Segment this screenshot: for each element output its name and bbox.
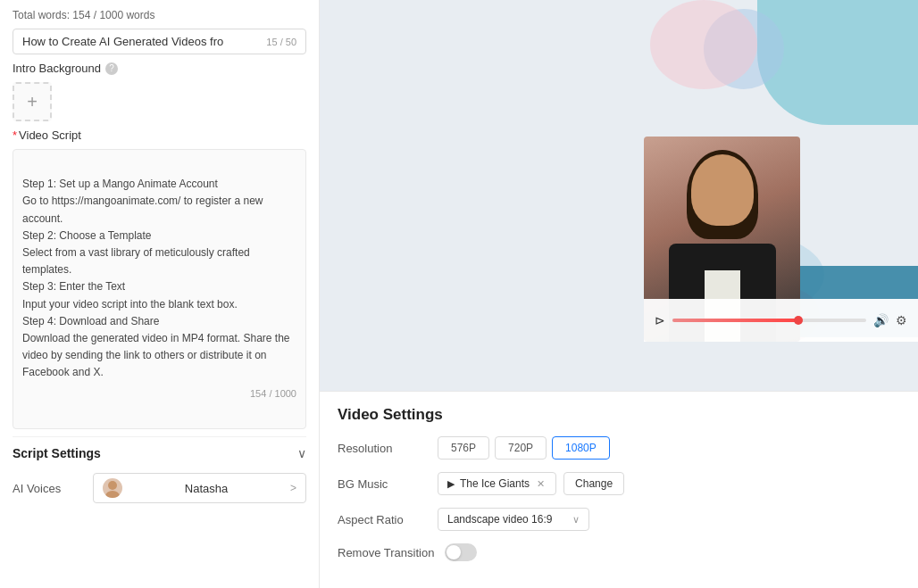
add-icon: +	[27, 92, 38, 112]
ai-voices-label: AI Voices	[13, 482, 84, 495]
aspect-ratio-row: Aspect Ratio Landscape video 16:9 ∨	[338, 508, 900, 531]
progress-track[interactable]	[672, 319, 866, 322]
shape-pink-blob	[650, 0, 757, 89]
aspect-ratio-selector[interactable]: Landscape video 16:9 ∨	[438, 508, 589, 531]
bg-music-row: BG Music ▶ The Ice Giants ✕ Change	[338, 472, 900, 495]
script-word-count: 154 / 1000	[22, 386, 296, 402]
resolution-row: Resolution 576P 720P 1080P	[338, 436, 900, 460]
script-settings-header[interactable]: Script Settings ∨	[13, 436, 306, 466]
title-input-text: How to Create AI Generated Videos fro	[22, 35, 266, 48]
bg-music-controls: ▶ The Ice Giants ✕ Change	[438, 472, 624, 495]
right-panel: ⊳ 🔊 ⚙ Video Settings Resolution 576P 720…	[320, 0, 918, 588]
intro-bg-label-text: Intro Background	[13, 62, 101, 75]
progress-fill	[672, 319, 798, 322]
video-controls: ⊳ 🔊 ⚙	[644, 299, 918, 342]
add-background-button[interactable]: +	[13, 82, 52, 121]
svg-point-1	[105, 491, 120, 498]
required-star: *	[13, 128, 17, 142]
video-play-button[interactable]: ⊳	[655, 313, 665, 327]
toggle-thumb	[446, 545, 461, 559]
volume-icon[interactable]: 🔊	[873, 313, 889, 327]
left-panel: Total words: 154 / 1000 words How to Cre…	[0, 0, 320, 588]
video-script-label: *Video Script	[13, 128, 306, 142]
change-music-button[interactable]: Change	[563, 472, 624, 495]
script-content: Step 1: Set up a Mango Animate Account G…	[22, 178, 290, 378]
voice-selector[interactable]: Natasha >	[93, 473, 306, 503]
music-play-icon[interactable]: ▶	[447, 478, 455, 490]
video-settings-icon[interactable]: ⚙	[896, 313, 907, 327]
res-720p-button[interactable]: 720P	[495, 436, 547, 460]
voice-chevron-icon: >	[290, 482, 296, 494]
voice-name: Natasha	[185, 482, 228, 495]
res-576p-button[interactable]: 576P	[438, 436, 489, 460]
resolution-buttons: 576P 720P 1080P	[438, 436, 610, 460]
ai-voices-row: AI Voices Natasha >	[13, 473, 306, 503]
script-textarea[interactable]: Step 1: Set up a Mango Animate Account G…	[13, 149, 306, 429]
remove-transition-label: Remove Transition	[338, 546, 434, 559]
music-close-button[interactable]: ✕	[535, 478, 547, 490]
progress-thumb	[794, 316, 803, 325]
res-1080p-button[interactable]: 1080P	[552, 436, 610, 460]
voice-avatar	[103, 478, 122, 498]
music-title: The Ice Giants	[460, 477, 530, 490]
svg-point-0	[108, 481, 117, 490]
bg-music-label: BG Music	[338, 477, 427, 491]
script-settings-label: Script Settings	[13, 446, 101, 460]
music-player: ▶ The Ice Giants ✕	[438, 472, 556, 495]
aspect-ratio-label: Aspect Ratio	[338, 513, 427, 526]
intro-bg-section: Intro Background ?	[13, 62, 306, 75]
aspect-chevron-icon: ∨	[572, 514, 580, 526]
aspect-ratio-value: Landscape video 16:9	[447, 513, 567, 526]
resolution-label: Resolution	[338, 442, 427, 455]
title-input-row[interactable]: How to Create AI Generated Videos fro 15…	[13, 29, 306, 54]
video-preview-area: ⊳ 🔊 ⚙	[320, 0, 918, 391]
video-settings-panel: Video Settings Resolution 576P 720P 1080…	[320, 391, 918, 588]
word-count: Total words: 154 / 1000 words	[13, 9, 306, 21]
remove-transition-row: Remove Transition	[338, 543, 900, 561]
script-settings-chevron: ∨	[297, 446, 306, 460]
remove-transition-toggle[interactable]	[445, 543, 477, 561]
presenter-head	[691, 154, 754, 226]
title-char-count: 15 / 50	[266, 37, 296, 47]
intro-bg-info-icon[interactable]: ?	[105, 62, 118, 75]
video-settings-title: Video Settings	[338, 406, 900, 424]
